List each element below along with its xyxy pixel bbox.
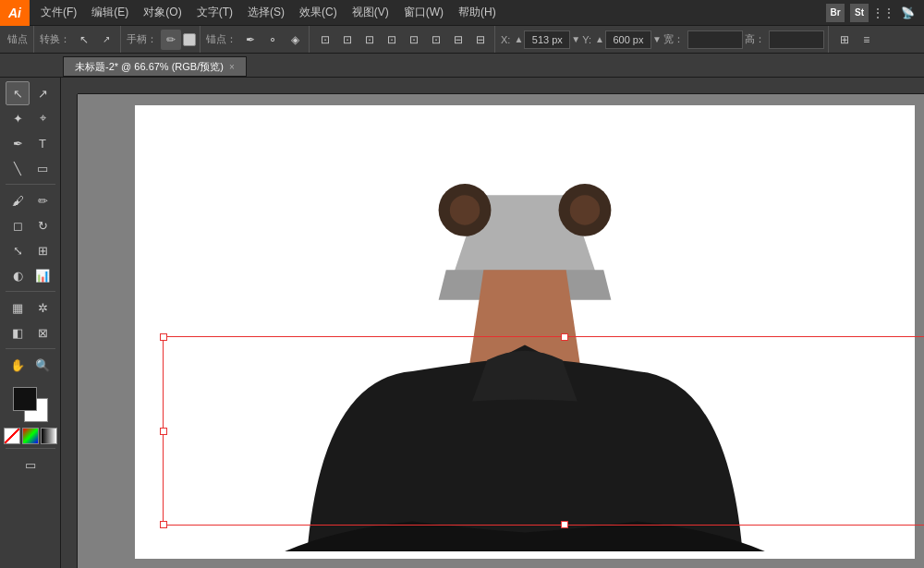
pencil-tool[interactable]: ✏: [30, 188, 55, 212]
tool-row-8: ◐ 📊: [6, 263, 55, 287]
align-left-btn[interactable]: ⊡: [315, 30, 335, 50]
color-swatch[interactable]: [22, 428, 39, 444]
handle-section: 手柄： ✏: [123, 26, 201, 53]
menu-file[interactable]: 文件(F): [33, 0, 84, 26]
tool-row-7: ⤡ ⊞: [6, 238, 55, 262]
align-center-btn[interactable]: ⊡: [337, 30, 358, 50]
anchor3-btn[interactable]: ⚬: [262, 30, 283, 50]
align-top-btn[interactable]: ⊡: [382, 30, 402, 50]
align-middle-btn[interactable]: ⊡: [404, 30, 424, 50]
magic-wand-tool[interactable]: ✦: [6, 106, 30, 130]
align-bottom-btn[interactable]: ⊡: [426, 30, 446, 50]
type-tool[interactable]: T: [30, 131, 55, 155]
y-label: Y:: [582, 34, 591, 45]
tool-row-1: ↖ ↗: [6, 81, 55, 105]
left-ear-inner: [450, 195, 480, 224]
selection-tool[interactable]: ↖: [6, 81, 30, 105]
broadcast-icon[interactable]: 📡: [898, 4, 917, 22]
rotate-tool[interactable]: ↻: [30, 213, 55, 237]
gradient-tool[interactable]: ◧: [6, 320, 30, 344]
height-input[interactable]: [769, 30, 824, 49]
x-decrement[interactable]: ▲: [514, 34, 523, 44]
transform-btn2[interactable]: ↗: [96, 30, 116, 50]
artboard-tool[interactable]: ▭: [18, 453, 43, 477]
tool-row-3: ✒ T: [6, 131, 55, 155]
transform-tool[interactable]: ⊞: [30, 238, 55, 262]
foreground-color-swatch[interactable]: [13, 387, 37, 411]
shape-tool[interactable]: ▭: [30, 156, 55, 180]
y-increment[interactable]: ▼: [652, 34, 662, 44]
paintbrush-tool[interactable]: 🖌: [6, 188, 30, 212]
tool-row-11: ✋ 🔍: [6, 353, 55, 377]
sel-handle-bc[interactable]: [561, 521, 568, 528]
menu-window[interactable]: 窗口(W): [396, 0, 451, 26]
misc-btn2[interactable]: ≡: [857, 30, 877, 50]
sel-handle-tl[interactable]: [160, 333, 167, 341]
y-decrement[interactable]: ▲: [595, 34, 604, 44]
menu-items: 文件(F) 编辑(E) 对象(O) 文字(T) 选择(S) 效果(C) 视图(V…: [30, 0, 826, 26]
stock-icon[interactable]: St: [850, 4, 869, 22]
transform-section: 转换： ↖ ↗: [36, 26, 121, 53]
direct-selection-tool[interactable]: ↗: [30, 81, 55, 105]
tool-row-2: ✦ ⌖: [6, 106, 55, 130]
blend-tool[interactable]: ◐: [6, 263, 30, 287]
width-label: 宽：: [663, 32, 684, 46]
x-increment[interactable]: ▼: [571, 34, 580, 44]
bridge-icon[interactable]: Br: [826, 4, 845, 22]
x-input[interactable]: [524, 30, 570, 49]
anchor2-btn[interactable]: ✒: [240, 30, 261, 50]
handle-label: 手柄：: [127, 32, 157, 46]
document-tab[interactable]: 未标题-2* @ 66.67% (RGB/预览) ×: [63, 56, 247, 77]
mesh-tool[interactable]: ⊠: [30, 320, 55, 344]
symbol-tool[interactable]: ✲: [30, 296, 55, 320]
ruler-vertical: [61, 94, 78, 568]
tool-row-6: ◻ ↻: [6, 213, 55, 237]
menu-edit[interactable]: 编辑(E): [84, 0, 136, 26]
anchor2-section: 锚点： ✒ ⚬ ◈: [202, 26, 310, 53]
tool-row-4: ╲ ▭: [6, 156, 55, 180]
misc-btn1[interactable]: ⊞: [834, 30, 855, 50]
tools-panel: ↖ ↗ ✦ ⌖ ✒ T ╲ ▭ 🖌 ✏ ◻ ↻ ⤡ ⊞ ◐ 📊: [0, 78, 61, 568]
sel-handle-ml[interactable]: [160, 428, 167, 435]
hand-tool[interactable]: ✋: [6, 353, 30, 377]
anchor-section: 锚点: [4, 26, 34, 53]
tab-close-btn[interactable]: ×: [229, 62, 235, 72]
handle-btn2[interactable]: [183, 33, 196, 46]
menu-bar: Ai 文件(F) 编辑(E) 对象(O) 文字(T) 选择(S) 效果(C) 视…: [0, 0, 924, 26]
grid-icon[interactable]: ⋮⋮: [874, 4, 893, 22]
anchor4-btn[interactable]: ◈: [285, 30, 305, 50]
swatch-row: [4, 428, 57, 444]
distrib-btn2[interactable]: ⊟: [470, 30, 491, 50]
graph-tool[interactable]: 📊: [30, 263, 55, 287]
pen-tool-btn[interactable]: ✏: [161, 30, 181, 50]
width-input[interactable]: [687, 30, 743, 49]
tool-divider-4: [6, 448, 55, 449]
select-tool-btn[interactable]: ↖: [74, 30, 94, 50]
menu-object[interactable]: 对象(O): [136, 0, 188, 26]
distrib-btn1[interactable]: ⊟: [448, 30, 468, 50]
scale-tool[interactable]: ⤡: [6, 238, 30, 262]
main-area: ↖ ↗ ✦ ⌖ ✒ T ╲ ▭ 🖌 ✏ ◻ ↻ ⤡ ⊞ ◐ 📊: [0, 78, 924, 568]
tool-divider-1: [6, 184, 55, 185]
gradient-swatch[interactable]: [41, 428, 57, 444]
menu-select[interactable]: 选择(S): [240, 0, 292, 26]
coords-section: X: ▲ ▼ Y: ▲ ▼ 宽： 高：: [497, 26, 829, 53]
sel-handle-tc[interactable]: [561, 333, 568, 341]
toolbar: 锚点 转换： ↖ ↗ 手柄： ✏ 锚点： ✒ ⚬ ◈ ⊡ ⊡ ⊡ ⊡ ⊡ ⊡ ⊟…: [0, 26, 924, 54]
align-right-btn[interactable]: ⊡: [359, 30, 380, 50]
y-input[interactable]: [605, 30, 651, 49]
tab-bar: 未标题-2* @ 66.67% (RGB/预览) ×: [0, 54, 924, 78]
line-tool[interactable]: ╲: [6, 156, 30, 180]
menu-effect[interactable]: 效果(C): [292, 0, 345, 26]
menu-help[interactable]: 帮助(H): [451, 0, 504, 26]
lasso-tool[interactable]: ⌖: [30, 106, 55, 130]
pen-tool[interactable]: ✒: [6, 131, 30, 155]
menu-text[interactable]: 文字(T): [189, 0, 240, 26]
zoom-tool[interactable]: 🔍: [30, 353, 55, 377]
eraser-tool[interactable]: ◻: [6, 213, 30, 237]
selection-box: [163, 336, 924, 526]
column-graph-tool[interactable]: ▦: [6, 296, 30, 320]
menu-view[interactable]: 视图(V): [345, 0, 396, 26]
none-swatch[interactable]: [4, 428, 20, 444]
sel-handle-bl[interactable]: [160, 521, 167, 528]
